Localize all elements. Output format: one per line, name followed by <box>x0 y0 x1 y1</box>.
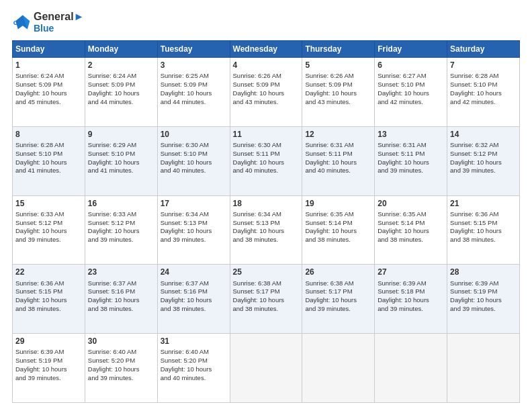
day-info: Daylight: 10 hours <box>450 296 517 305</box>
day-number: 13 <box>378 129 444 140</box>
day-info: Sunrise: 6:24 AM <box>88 72 154 81</box>
day-info: Daylight: 10 hours <box>15 365 82 374</box>
day-info: and 38 minutes. <box>161 305 227 314</box>
calendar-cell: 3Sunrise: 6:25 AMSunset: 5:09 PMDaylight… <box>157 58 230 127</box>
day-info: Daylight: 10 hours <box>450 158 517 167</box>
day-info: and 44 minutes. <box>161 98 227 107</box>
day-info: Daylight: 10 hours <box>450 89 517 98</box>
calendar-cell: 15Sunrise: 6:33 AMSunset: 5:12 PMDayligh… <box>13 195 85 265</box>
day-info: and 40 minutes. <box>305 167 371 175</box>
calendar-cell: 27Sunrise: 6:39 AMSunset: 5:18 PMDayligh… <box>375 265 447 334</box>
day-info: Daylight: 10 hours <box>15 158 82 167</box>
day-number: 12 <box>305 129 371 140</box>
day-info: Sunset: 5:19 PM <box>450 287 517 296</box>
day-info: Sunrise: 6:36 AM <box>450 210 517 219</box>
day-info: Sunrise: 6:38 AM <box>233 279 300 288</box>
day-info: Daylight: 10 hours <box>88 89 154 98</box>
calendar-cell <box>302 334 375 403</box>
day-info: Sunset: 5:12 PM <box>15 219 82 228</box>
calendar-cell: 11Sunrise: 6:30 AMSunset: 5:11 PMDayligh… <box>230 126 302 195</box>
day-number: 17 <box>161 198 227 209</box>
logo-text: General► Blue <box>34 11 84 34</box>
calendar-cell: 20Sunrise: 6:35 AMSunset: 5:14 PMDayligh… <box>375 195 447 265</box>
day-number: 2 <box>88 60 154 71</box>
day-number: 5 <box>305 60 371 71</box>
day-info: and 42 minutes. <box>378 98 444 107</box>
day-info: Daylight: 10 hours <box>88 227 154 236</box>
day-number: 23 <box>88 267 154 277</box>
day-info: Daylight: 10 hours <box>233 89 300 98</box>
day-info: Sunrise: 6:33 AM <box>15 210 82 219</box>
calendar-cell: 1Sunrise: 6:24 AMSunset: 5:09 PMDaylight… <box>13 58 85 127</box>
day-info: Sunset: 5:20 PM <box>88 357 154 365</box>
day-info: Sunrise: 6:27 AM <box>378 72 444 81</box>
day-info: Daylight: 10 hours <box>161 158 227 167</box>
calendar-cell: 12Sunrise: 6:31 AMSunset: 5:11 PMDayligh… <box>302 126 375 195</box>
day-info: Sunset: 5:11 PM <box>305 150 371 158</box>
day-info: Sunrise: 6:40 AM <box>161 348 227 357</box>
day-number: 28 <box>450 267 517 277</box>
calendar-cell: 2Sunrise: 6:24 AMSunset: 5:09 PMDaylight… <box>85 58 157 127</box>
calendar-cell: 24Sunrise: 6:37 AMSunset: 5:16 PMDayligh… <box>157 265 230 334</box>
day-number: 19 <box>305 198 371 209</box>
day-info: and 43 minutes. <box>305 98 371 107</box>
day-info: Sunrise: 6:34 AM <box>161 210 227 219</box>
day-info: Sunset: 5:09 PM <box>233 81 300 89</box>
day-info: Sunset: 5:10 PM <box>450 81 517 89</box>
day-info: Daylight: 10 hours <box>305 227 371 236</box>
day-info: Sunset: 5:13 PM <box>161 219 227 228</box>
svg-text:G: G <box>13 19 18 26</box>
calendar-cell: 30Sunrise: 6:40 AMSunset: 5:20 PMDayligh… <box>85 334 157 403</box>
weekday-header: Sunday <box>13 41 85 58</box>
day-number: 27 <box>378 267 444 277</box>
day-info: Sunset: 5:09 PM <box>305 81 371 89</box>
day-info: Sunset: 5:15 PM <box>15 287 82 296</box>
day-info: Sunrise: 6:25 AM <box>161 72 227 81</box>
day-info: and 45 minutes. <box>15 98 82 107</box>
day-info: Daylight: 10 hours <box>161 227 227 236</box>
day-info: Daylight: 10 hours <box>15 227 82 236</box>
day-info: Sunset: 5:12 PM <box>450 150 517 158</box>
day-info: Daylight: 10 hours <box>15 89 82 98</box>
day-info: and 41 minutes. <box>15 167 82 175</box>
day-info: Daylight: 10 hours <box>161 365 227 374</box>
day-info: Sunset: 5:20 PM <box>161 357 227 365</box>
weekday-header: Friday <box>375 41 447 58</box>
day-info: and 38 minutes. <box>233 305 300 314</box>
day-info: and 39 minutes. <box>88 236 154 244</box>
day-info: and 41 minutes. <box>88 167 154 175</box>
day-info: and 43 minutes. <box>233 98 300 107</box>
calendar-cell: 26Sunrise: 6:38 AMSunset: 5:17 PMDayligh… <box>302 265 375 334</box>
day-info: Sunset: 5:09 PM <box>15 81 82 89</box>
weekday-header: Monday <box>85 41 157 58</box>
day-info: and 40 minutes. <box>233 167 300 175</box>
calendar-cell: 28Sunrise: 6:39 AMSunset: 5:19 PMDayligh… <box>447 265 520 334</box>
day-info: Sunset: 5:14 PM <box>378 219 444 228</box>
day-info: Sunrise: 6:34 AM <box>233 210 300 219</box>
day-info: and 39 minutes. <box>15 374 82 383</box>
calendar-cell: 14Sunrise: 6:32 AMSunset: 5:12 PMDayligh… <box>447 126 520 195</box>
day-info: and 39 minutes. <box>15 236 82 244</box>
calendar-cell: 9Sunrise: 6:29 AMSunset: 5:10 PMDaylight… <box>85 126 157 195</box>
day-info: and 38 minutes. <box>233 236 300 244</box>
day-number: 10 <box>161 129 227 140</box>
day-number: 8 <box>15 129 82 140</box>
day-info: Sunset: 5:18 PM <box>378 287 444 296</box>
day-info: and 39 minutes. <box>378 305 444 314</box>
weekday-header: Thursday <box>302 41 375 58</box>
day-info: Sunset: 5:14 PM <box>305 219 371 228</box>
day-info: Daylight: 10 hours <box>378 89 444 98</box>
day-info: Sunset: 5:10 PM <box>378 81 444 89</box>
calendar-cell: 18Sunrise: 6:34 AMSunset: 5:13 PMDayligh… <box>230 195 302 265</box>
day-info: Sunrise: 6:28 AM <box>450 72 517 81</box>
day-info: Sunrise: 6:39 AM <box>450 279 517 288</box>
day-info: Sunset: 5:09 PM <box>161 81 227 89</box>
calendar-cell: 13Sunrise: 6:31 AMSunset: 5:11 PMDayligh… <box>375 126 447 195</box>
day-info: and 38 minutes. <box>305 236 371 244</box>
day-number: 14 <box>450 129 517 140</box>
day-info: Sunset: 5:12 PM <box>88 219 154 228</box>
day-info: Sunset: 5:19 PM <box>15 357 82 365</box>
day-info: Sunrise: 6:29 AM <box>88 141 154 150</box>
day-info: Sunrise: 6:26 AM <box>305 72 371 81</box>
day-info: Sunset: 5:09 PM <box>88 81 154 89</box>
